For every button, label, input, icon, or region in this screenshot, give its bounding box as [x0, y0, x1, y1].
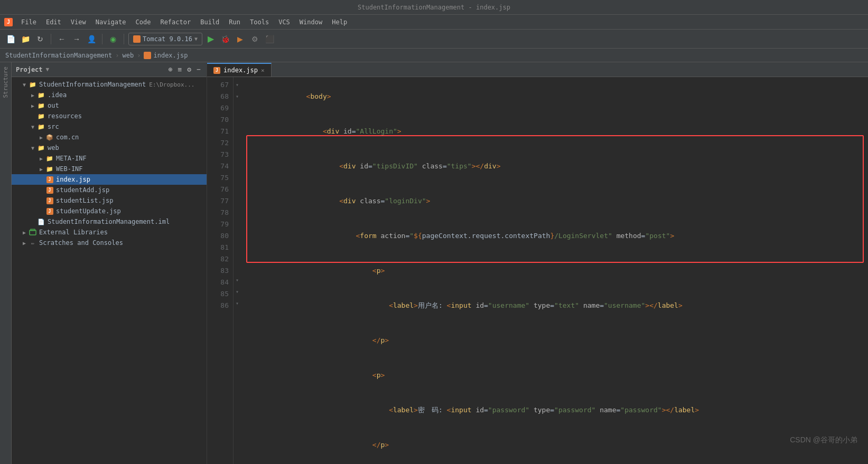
- menu-view[interactable]: View: [67, 17, 90, 27]
- tree-item-siml[interactable]: ▶ 📄 StudentInformationManagement.iml: [12, 216, 207, 227]
- code-line-67: <body>: [248, 79, 868, 114]
- menu-vcs[interactable]: VCS: [274, 17, 294, 27]
- debug-button[interactable]: 🐞: [219, 33, 232, 45]
- line-num-86: 86: [207, 300, 229, 311]
- structure-tab[interactable]: Structure: [2, 67, 9, 98]
- profile-button[interactable]: ⚙: [249, 33, 262, 45]
- tree-web-arrow: ▼: [29, 145, 37, 151]
- tree-item-scratches[interactable]: ▶ ✏ Scratches and Consoles: [12, 238, 207, 248]
- menu-window[interactable]: Window: [295, 17, 326, 27]
- studentlist-file-icon: J: [45, 196, 54, 205]
- tree-item-out[interactable]: ▶ 📁 out: [12, 100, 207, 111]
- breadcrumb-web[interactable]: web: [123, 52, 134, 59]
- menu-file[interactable]: File: [17, 17, 41, 27]
- close-panel-icon[interactable]: −: [195, 65, 202, 74]
- line-num-67: 67: [207, 79, 229, 91]
- fold-arrow-84[interactable]: ▾: [236, 286, 239, 298]
- history-button[interactable]: 👤: [85, 33, 98, 45]
- code-line-77: </p>: [248, 428, 868, 462]
- line-num-73: 73: [207, 149, 229, 160]
- tab-close-button[interactable]: ×: [261, 67, 265, 74]
- idea-label: .idea: [48, 91, 67, 99]
- fold-arrow-68[interactable]: ▾: [236, 91, 239, 102]
- toolbar: 📄 📁 ↻ ← → 👤 ◉ Tomcat 9.0.16 ▼ ▶ 🐞 ▶ ⚙ ⬛: [0, 30, 868, 49]
- menu-navigate[interactable]: Navigate: [91, 17, 130, 27]
- menu-edit[interactable]: Edit: [42, 17, 66, 27]
- fold-arrow-67[interactable]: ▾: [236, 79, 239, 91]
- tree-item-extlibs[interactable]: ▶ External Libraries: [12, 227, 207, 238]
- settings-icon[interactable]: ⚙: [185, 65, 193, 74]
- run-config-dropdown[interactable]: Tomcat 9.0.16 ▼: [128, 33, 202, 45]
- line-num-85: 85: [207, 288, 229, 300]
- line-num-76: 76: [207, 184, 229, 195]
- dropdown-arrow-icon: ▼: [194, 36, 198, 42]
- breadcrumb-project[interactable]: StudentInformationManagement: [5, 52, 112, 59]
- fold-arrow-85[interactable]: ▾: [236, 298, 239, 309]
- menu-tools[interactable]: Tools: [246, 17, 273, 27]
- collapse-all-icon[interactable]: ≡: [176, 65, 184, 74]
- gutter: ▾ ▾ ▾ ▾ ▾: [234, 77, 244, 464]
- breadcrumb-file: index.jsp: [144, 52, 188, 59]
- tree-item-studentupdate[interactable]: ▶ J studentUpdate.jsp: [12, 206, 207, 216]
- menu-help[interactable]: Help: [328, 17, 351, 27]
- panel-dropdown-arrow[interactable]: ▼: [46, 66, 50, 73]
- out-folder-icon: 📁: [37, 101, 45, 110]
- new-file-button[interactable]: 📄: [4, 33, 17, 45]
- menu-build[interactable]: Build: [196, 17, 223, 27]
- run-button[interactable]: ▶: [204, 33, 217, 45]
- tree-item-metainf[interactable]: ▶ 📁 META-INF: [12, 153, 207, 164]
- code-line-73: <label>用户名: <input id="username" type="t…: [248, 288, 868, 323]
- tree-item-studentlist[interactable]: ▶ J studentList.jsp: [12, 195, 207, 206]
- coverage-button[interactable]: ▶: [234, 33, 247, 45]
- menu-code[interactable]: Code: [132, 17, 155, 27]
- indexjsp-file-icon: J: [45, 175, 54, 184]
- code-editor[interactable]: <body> <div id="AllLogin"> <div id="tips…: [244, 77, 868, 464]
- sync-button[interactable]: ↻: [34, 33, 46, 45]
- code-line-76: <label>密 码: <input id="password" type="p…: [248, 393, 868, 428]
- breadcrumb-indexjsp[interactable]: index.jsp: [153, 52, 188, 59]
- file-tree: ▼ 📁 StudentInformationManagement E:\Drop…: [12, 77, 207, 464]
- toolbar-separator-1: [51, 34, 51, 44]
- breadcrumb-sep-2: ›: [137, 52, 141, 59]
- tree-out-arrow: ▶: [29, 103, 37, 109]
- fold-arrow-83[interactable]: ▾: [236, 274, 239, 286]
- line-num-83: 83: [207, 265, 229, 277]
- tree-item-webinf[interactable]: ▶ 📁 WEB-INF: [12, 164, 207, 174]
- tree-item-studentadd[interactable]: ▶ J studentAdd.jsp: [12, 185, 207, 195]
- menu-run[interactable]: Run: [225, 17, 245, 27]
- tab-indexjsp[interactable]: J index.jsp ×: [207, 63, 272, 77]
- tree-item-indexjsp[interactable]: ▶ J index.jsp: [12, 174, 207, 185]
- open-button[interactable]: 📁: [19, 33, 32, 45]
- line-num-75: 75: [207, 172, 229, 184]
- toolbar-separator-2: [102, 34, 102, 44]
- scratches-icon: ✏: [29, 239, 37, 247]
- locate-file-icon[interactable]: ⊕: [167, 65, 174, 74]
- scratches-label: Scratches and Consoles: [39, 239, 123, 247]
- panel-header: Project ▼ ⊕ ≡ ⚙ −: [12, 62, 207, 77]
- run-config-label: Tomcat 9.0.16: [143, 35, 192, 43]
- code-line-68: <div id="AllLogin">: [248, 114, 868, 149]
- tree-item-web[interactable]: ▼ 📁 web: [12, 143, 207, 153]
- webinf-label: WEB-INF: [56, 165, 83, 173]
- resources-label: resources: [48, 112, 82, 120]
- line-num-72: 72: [207, 137, 229, 149]
- menu-refactor[interactable]: Refactor: [156, 17, 195, 27]
- breadcrumb-bar: StudentInformationManagement › web › ind…: [0, 49, 868, 62]
- back-button[interactable]: ←: [55, 33, 68, 45]
- tree-item-idea[interactable]: ▶ 📁 .idea: [12, 90, 207, 100]
- project-panel-title: Project: [16, 66, 43, 73]
- bookmark-button[interactable]: ◉: [107, 33, 119, 45]
- tree-item-resources[interactable]: ▶ 📁 resources: [12, 111, 207, 121]
- tab-jsp-icon: J: [213, 67, 220, 74]
- tree-item-comcn[interactable]: ▶ 📦 com.cn: [12, 132, 207, 143]
- tree-item-src[interactable]: ▼ 📁 src: [12, 121, 207, 132]
- extlibs-label: External Libraries: [39, 229, 108, 236]
- indexjsp-label: index.jsp: [56, 176, 90, 183]
- toolbar-separator-3: [124, 34, 124, 44]
- editor-area: J index.jsp × 67 68 69 70 71 72 73 74 75…: [207, 62, 868, 464]
- code-line-72: <p>: [248, 253, 868, 288]
- tree-root[interactable]: ▼ 📁 StudentInformationManagement E:\Drop…: [12, 79, 207, 90]
- stop-button[interactable]: ⬛: [264, 33, 276, 45]
- root-label: StudentInformationManagement: [39, 81, 146, 88]
- forward-button[interactable]: →: [70, 33, 83, 45]
